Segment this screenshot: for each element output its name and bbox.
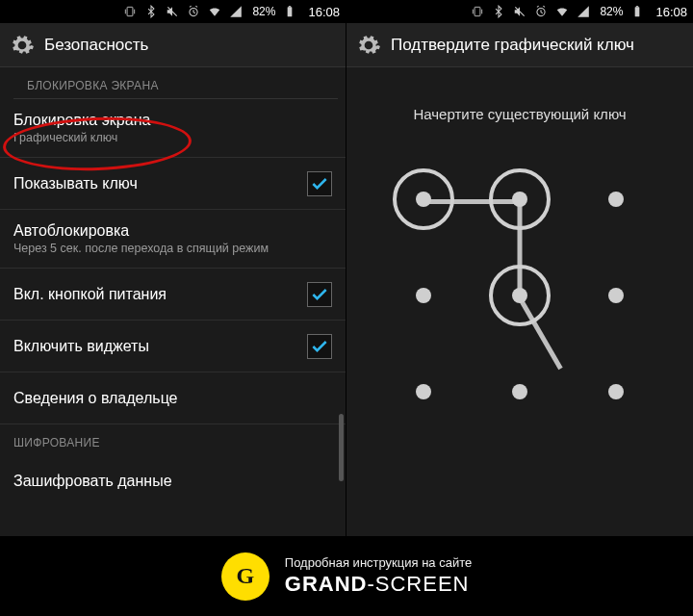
- row-widgets[interactable]: Включить виджеты: [0, 321, 346, 372]
- row-label: Автоблокировка: [13, 222, 332, 240]
- page-title: Безопасность: [44, 36, 148, 55]
- battery-percent: 82%: [252, 5, 275, 18]
- scrollbar-indicator[interactable]: [339, 414, 344, 481]
- wifi-icon: [208, 5, 221, 18]
- pattern-ring-active: [489, 168, 551, 230]
- pattern-dot[interactable]: [512, 384, 527, 399]
- row-subtext: Через 5 сек. после перехода в спящий реж…: [13, 242, 332, 255]
- pattern-ring-active: [393, 168, 454, 230]
- row-label: Включить виджеты: [13, 338, 307, 355]
- row-label: Сведения о владельце: [13, 390, 332, 407]
- mute-icon: [166, 5, 179, 18]
- settings-list[interactable]: БЛОКИРОВКА ЭКРАНА Блокировка экрана Граф…: [0, 67, 346, 536]
- right-phone-pattern: 82% 16:08 Подтвердите графический ключ Н…: [346, 0, 693, 536]
- alarm-icon: [187, 5, 200, 18]
- clock: 16:08: [655, 5, 687, 19]
- row-auto-lock[interactable]: Автоблокировка Через 5 сек. после перехо…: [0, 210, 346, 269]
- row-screen-lock[interactable]: Блокировка экрана Графический ключ: [0, 99, 346, 158]
- row-label: Блокировка экрана: [13, 112, 332, 129]
- pattern-prompt: Начертите существующий ключ: [413, 106, 626, 122]
- pattern-dot[interactable]: [416, 288, 431, 303]
- gear-icon: [10, 33, 35, 58]
- vibrate-icon: [471, 5, 484, 18]
- section-header-encryption: ШИФРОВАНИЕ: [0, 424, 346, 455]
- bluetooth-icon: [144, 5, 158, 18]
- battery-percent: 82%: [600, 5, 623, 18]
- footer-banner: G Подробная инструкция на сайте GRAND-SC…: [0, 536, 693, 616]
- pattern-dot[interactable]: [608, 384, 624, 399]
- alarm-icon: [534, 5, 548, 18]
- wifi-icon: [555, 5, 569, 18]
- svg-rect-4: [289, 6, 291, 7]
- left-phone-settings: 82% 16:08 Безопасность БЛОКИРОВКА ЭКРАНА…: [0, 0, 346, 536]
- svg-rect-0: [128, 7, 134, 15]
- status-bar-left: 82% 16:08: [0, 0, 346, 23]
- svg-rect-5: [475, 7, 481, 15]
- checkbox-checked[interactable]: [307, 334, 332, 359]
- app-header-right: Подтвердите графический ключ: [346, 23, 693, 67]
- signal-icon: [229, 5, 243, 18]
- row-power-lock[interactable]: Вкл. кнопкой питания: [0, 269, 346, 321]
- clock: 16:08: [308, 5, 340, 19]
- pattern-dot[interactable]: [416, 384, 431, 399]
- pattern-dot[interactable]: [608, 192, 624, 207]
- row-label: Зашифровать данные: [13, 473, 332, 490]
- gear-icon: [356, 33, 381, 58]
- row-encrypt[interactable]: Зашифровать данные: [0, 455, 346, 507]
- pattern-ring-active: [489, 265, 551, 326]
- status-bar-right: 82% 16:08: [346, 0, 693, 23]
- vibrate-icon: [123, 5, 137, 18]
- signal-icon: [577, 5, 590, 18]
- row-label: Вкл. кнопкой питания: [13, 286, 307, 303]
- banner-brand: GRAND-SCREEN: [285, 572, 472, 597]
- pattern-grid[interactable]: [385, 161, 654, 430]
- banner-tagline: Подробная инструкция на сайте: [285, 555, 472, 570]
- checkbox-checked[interactable]: [307, 282, 332, 307]
- app-header-left: Безопасность: [0, 23, 346, 67]
- bluetooth-icon: [492, 5, 505, 18]
- battery-icon: [630, 5, 644, 18]
- page-title: Подтвердите графический ключ: [391, 36, 634, 55]
- brand-logo: G: [221, 552, 270, 601]
- pattern-screen: Начертите существующий ключ: [346, 67, 693, 536]
- pattern-dot[interactable]: [608, 288, 624, 303]
- checkbox-checked[interactable]: [307, 171, 332, 196]
- row-label: Показывать ключ: [13, 175, 307, 192]
- battery-icon: [283, 5, 296, 18]
- row-owner-info[interactable]: Сведения о владельце: [0, 372, 346, 424]
- svg-rect-9: [636, 6, 638, 7]
- row-subtext: Графический ключ: [13, 131, 332, 144]
- svg-rect-3: [288, 7, 293, 16]
- row-show-pattern[interactable]: Показывать ключ: [0, 158, 346, 210]
- brand-logo-letter: G: [236, 563, 254, 589]
- svg-rect-8: [635, 7, 640, 16]
- section-header-lock: БЛОКИРОВКА ЭКРАНА: [13, 67, 338, 99]
- mute-icon: [513, 5, 526, 18]
